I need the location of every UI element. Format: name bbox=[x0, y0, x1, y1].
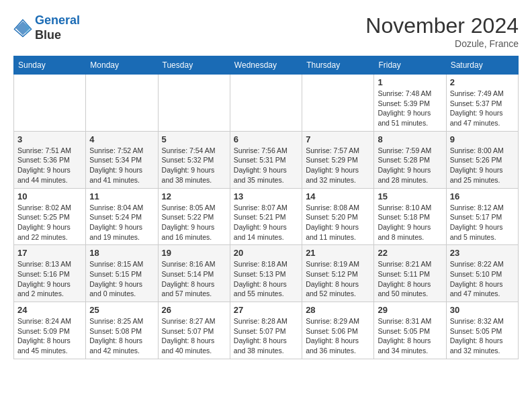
weekday-header: Thursday bbox=[302, 56, 374, 75]
page-header: General Blue November 2024 Dozule, Franc… bbox=[13, 13, 519, 49]
calendar-week-row: 17Sunrise: 8:13 AMSunset: 5:16 PMDayligh… bbox=[14, 245, 519, 302]
calendar-week-row: 24Sunrise: 8:24 AMSunset: 5:09 PMDayligh… bbox=[14, 302, 519, 359]
day-number: 5 bbox=[162, 134, 226, 144]
day-info: Sunrise: 8:22 AMSunset: 5:10 PMDaylight:… bbox=[450, 259, 515, 299]
month-title: November 2024 bbox=[365, 13, 519, 38]
calendar-cell bbox=[14, 75, 86, 132]
calendar-cell bbox=[158, 75, 230, 132]
day-number: 15 bbox=[378, 191, 442, 201]
calendar-cell: 7Sunrise: 7:57 AMSunset: 5:29 PMDaylight… bbox=[302, 131, 374, 188]
day-info: Sunrise: 8:04 AMSunset: 5:24 PMDaylight:… bbox=[89, 203, 154, 242]
calendar-cell: 5Sunrise: 7:54 AMSunset: 5:32 PMDaylight… bbox=[158, 131, 230, 188]
day-number: 14 bbox=[306, 191, 370, 201]
day-number: 4 bbox=[89, 134, 154, 144]
day-number: 2 bbox=[450, 77, 515, 87]
calendar-cell: 8Sunrise: 7:59 AMSunset: 5:28 PMDaylight… bbox=[374, 131, 446, 188]
day-number: 18 bbox=[89, 248, 154, 258]
day-info: Sunrise: 8:13 AMSunset: 5:16 PMDaylight:… bbox=[17, 259, 82, 299]
logo-text: General Blue bbox=[35, 13, 80, 42]
day-info: Sunrise: 8:28 AMSunset: 5:07 PMDaylight:… bbox=[234, 316, 298, 356]
day-info: Sunrise: 8:12 AMSunset: 5:17 PMDaylight:… bbox=[450, 203, 515, 242]
calendar-cell: 11Sunrise: 8:04 AMSunset: 5:24 PMDayligh… bbox=[86, 188, 158, 245]
day-info: Sunrise: 8:32 AMSunset: 5:05 PMDaylight:… bbox=[450, 316, 515, 356]
weekday-header: Sunday bbox=[14, 56, 86, 75]
day-info: Sunrise: 8:16 AMSunset: 5:14 PMDaylight:… bbox=[162, 259, 226, 299]
day-number: 30 bbox=[450, 305, 515, 315]
day-number: 11 bbox=[89, 191, 154, 201]
calendar-cell: 9Sunrise: 8:00 AMSunset: 5:26 PMDaylight… bbox=[446, 131, 518, 188]
location: Dozule, France bbox=[365, 38, 519, 49]
day-number: 17 bbox=[17, 248, 82, 258]
calendar-cell: 25Sunrise: 8:25 AMSunset: 5:08 PMDayligh… bbox=[86, 302, 158, 359]
day-info: Sunrise: 8:15 AMSunset: 5:15 PMDaylight:… bbox=[89, 259, 154, 299]
calendar-cell: 23Sunrise: 8:22 AMSunset: 5:10 PMDayligh… bbox=[446, 245, 518, 302]
day-info: Sunrise: 8:00 AMSunset: 5:26 PMDaylight:… bbox=[450, 146, 515, 185]
calendar-cell: 13Sunrise: 8:07 AMSunset: 5:21 PMDayligh… bbox=[230, 188, 302, 245]
day-number: 6 bbox=[234, 134, 298, 144]
weekday-header-row: SundayMondayTuesdayWednesdayThursdayFrid… bbox=[14, 56, 519, 75]
logo-icon bbox=[13, 19, 32, 38]
calendar-cell: 19Sunrise: 8:16 AMSunset: 5:14 PMDayligh… bbox=[158, 245, 230, 302]
day-info: Sunrise: 8:08 AMSunset: 5:20 PMDaylight:… bbox=[306, 203, 370, 242]
day-info: Sunrise: 7:51 AMSunset: 5:36 PMDaylight:… bbox=[17, 146, 82, 185]
weekday-header: Tuesday bbox=[158, 56, 230, 75]
calendar-cell: 2Sunrise: 7:49 AMSunset: 5:37 PMDaylight… bbox=[446, 75, 518, 132]
day-number: 12 bbox=[162, 191, 226, 201]
day-info: Sunrise: 8:24 AMSunset: 5:09 PMDaylight:… bbox=[17, 316, 82, 356]
day-info: Sunrise: 8:05 AMSunset: 5:22 PMDaylight:… bbox=[162, 203, 226, 242]
calendar-cell: 24Sunrise: 8:24 AMSunset: 5:09 PMDayligh… bbox=[14, 302, 86, 359]
calendar-cell: 4Sunrise: 7:52 AMSunset: 5:34 PMDaylight… bbox=[86, 131, 158, 188]
calendar-table: SundayMondayTuesdayWednesdayThursdayFrid… bbox=[13, 56, 519, 359]
weekday-header: Monday bbox=[86, 56, 158, 75]
day-info: Sunrise: 7:57 AMSunset: 5:29 PMDaylight:… bbox=[306, 146, 370, 185]
day-number: 21 bbox=[306, 248, 370, 258]
calendar-cell: 22Sunrise: 8:21 AMSunset: 5:11 PMDayligh… bbox=[374, 245, 446, 302]
calendar-cell bbox=[86, 75, 158, 132]
day-info: Sunrise: 8:29 AMSunset: 5:06 PMDaylight:… bbox=[306, 316, 370, 356]
day-number: 13 bbox=[234, 191, 298, 201]
day-info: Sunrise: 8:31 AMSunset: 5:05 PMDaylight:… bbox=[378, 316, 442, 356]
day-number: 3 bbox=[17, 134, 82, 144]
calendar-week-row: 3Sunrise: 7:51 AMSunset: 5:36 PMDaylight… bbox=[14, 131, 519, 188]
day-info: Sunrise: 7:48 AMSunset: 5:39 PMDaylight:… bbox=[378, 89, 442, 128]
calendar-cell: 18Sunrise: 8:15 AMSunset: 5:15 PMDayligh… bbox=[86, 245, 158, 302]
day-number: 24 bbox=[17, 305, 82, 315]
day-info: Sunrise: 8:25 AMSunset: 5:08 PMDaylight:… bbox=[89, 316, 154, 356]
day-info: Sunrise: 7:49 AMSunset: 5:37 PMDaylight:… bbox=[450, 89, 515, 128]
calendar-cell bbox=[302, 75, 374, 132]
day-number: 10 bbox=[17, 191, 82, 201]
day-info: Sunrise: 7:54 AMSunset: 5:32 PMDaylight:… bbox=[162, 146, 226, 185]
day-info: Sunrise: 8:19 AMSunset: 5:12 PMDaylight:… bbox=[306, 259, 370, 299]
calendar-cell: 28Sunrise: 8:29 AMSunset: 5:06 PMDayligh… bbox=[302, 302, 374, 359]
calendar-cell: 12Sunrise: 8:05 AMSunset: 5:22 PMDayligh… bbox=[158, 188, 230, 245]
day-info: Sunrise: 7:56 AMSunset: 5:31 PMDaylight:… bbox=[234, 146, 298, 185]
calendar-cell: 1Sunrise: 7:48 AMSunset: 5:39 PMDaylight… bbox=[374, 75, 446, 132]
day-info: Sunrise: 8:21 AMSunset: 5:11 PMDaylight:… bbox=[378, 259, 442, 299]
calendar-cell: 21Sunrise: 8:19 AMSunset: 5:12 PMDayligh… bbox=[302, 245, 374, 302]
day-number: 27 bbox=[234, 305, 298, 315]
day-info: Sunrise: 8:02 AMSunset: 5:25 PMDaylight:… bbox=[17, 203, 82, 242]
day-info: Sunrise: 8:18 AMSunset: 5:13 PMDaylight:… bbox=[234, 259, 298, 299]
calendar-cell: 26Sunrise: 8:27 AMSunset: 5:07 PMDayligh… bbox=[158, 302, 230, 359]
calendar-cell: 20Sunrise: 8:18 AMSunset: 5:13 PMDayligh… bbox=[230, 245, 302, 302]
calendar-cell: 10Sunrise: 8:02 AMSunset: 5:25 PMDayligh… bbox=[14, 188, 86, 245]
calendar-cell: 27Sunrise: 8:28 AMSunset: 5:07 PMDayligh… bbox=[230, 302, 302, 359]
calendar-cell: 3Sunrise: 7:51 AMSunset: 5:36 PMDaylight… bbox=[14, 131, 86, 188]
svg-marker-2 bbox=[26, 22, 31, 34]
day-number: 29 bbox=[378, 305, 442, 315]
calendar-cell: 29Sunrise: 8:31 AMSunset: 5:05 PMDayligh… bbox=[374, 302, 446, 359]
calendar-cell: 30Sunrise: 8:32 AMSunset: 5:05 PMDayligh… bbox=[446, 302, 518, 359]
weekday-header: Friday bbox=[374, 56, 446, 75]
calendar-cell: 16Sunrise: 8:12 AMSunset: 5:17 PMDayligh… bbox=[446, 188, 518, 245]
day-number: 22 bbox=[378, 248, 442, 258]
day-number: 23 bbox=[450, 248, 515, 258]
day-number: 25 bbox=[89, 305, 154, 315]
calendar-week-row: 1Sunrise: 7:48 AMSunset: 5:39 PMDaylight… bbox=[14, 75, 519, 132]
calendar-cell: 17Sunrise: 8:13 AMSunset: 5:16 PMDayligh… bbox=[14, 245, 86, 302]
day-number: 8 bbox=[378, 134, 442, 144]
day-number: 26 bbox=[162, 305, 226, 315]
day-info: Sunrise: 8:27 AMSunset: 5:07 PMDaylight:… bbox=[162, 316, 226, 356]
calendar-cell: 6Sunrise: 7:56 AMSunset: 5:31 PMDaylight… bbox=[230, 131, 302, 188]
day-number: 16 bbox=[450, 191, 515, 201]
day-info: Sunrise: 7:59 AMSunset: 5:28 PMDaylight:… bbox=[378, 146, 442, 185]
